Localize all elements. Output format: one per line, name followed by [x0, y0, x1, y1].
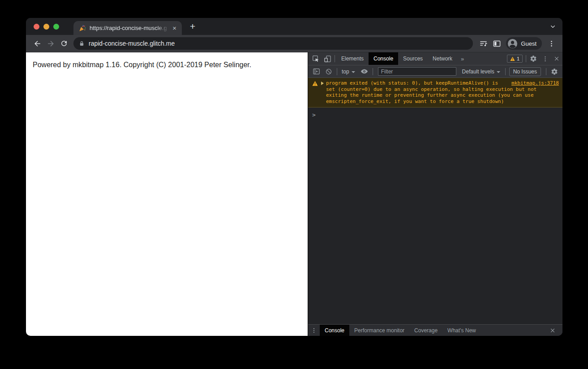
device-toolbar-icon[interactable]	[322, 52, 333, 65]
issues-counter[interactable]: No Issues	[509, 67, 541, 76]
fullscreen-window-button[interactable]	[53, 24, 59, 30]
warning-triangle-icon	[510, 56, 515, 61]
devtools-settings-gear-icon[interactable]	[528, 52, 539, 65]
console-settings-gear-icon[interactable]	[549, 65, 560, 77]
close-window-button[interactable]	[34, 24, 39, 30]
drawer-tab-coverage[interactable]: Coverage	[409, 325, 442, 336]
console-sidebar-icon[interactable]	[310, 65, 322, 77]
reload-button[interactable]	[57, 37, 71, 50]
expand-message-icon[interactable]	[321, 82, 324, 85]
devtools-tab-sources[interactable]: Sources	[398, 52, 428, 65]
devtools-close-icon[interactable]	[551, 52, 562, 65]
clear-console-icon[interactable]	[323, 65, 335, 77]
browser-menu-icon[interactable]	[545, 37, 558, 50]
profile-label: Guest	[521, 40, 536, 47]
web-page: Powered by mkbitmap 1.16. Copyright (C) …	[26, 52, 308, 336]
prompt-chevron-icon: >	[312, 112, 316, 118]
context-selector[interactable]: top	[342, 69, 349, 75]
drawer-menu-icon[interactable]	[308, 325, 320, 336]
warning-count: 1	[517, 56, 519, 61]
inspect-element-icon[interactable]	[310, 52, 322, 65]
browser-window: https://rapid-concise-muscle.g × + rapid…	[26, 18, 562, 336]
devtools-drawer: Console Performance monitor Coverage Wha…	[308, 324, 562, 336]
warning-message-text: program exited (with status: 0), but kee…	[326, 80, 536, 104]
tab-close-icon[interactable]: ×	[171, 24, 178, 32]
media-controls-icon[interactable]	[476, 37, 490, 50]
drawer-tab-console[interactable]: Console	[320, 325, 349, 336]
devtools-tab-console[interactable]: Console	[369, 52, 398, 65]
profile-button[interactable]: Guest	[506, 37, 542, 50]
window-controls	[34, 24, 59, 30]
avatar	[507, 39, 518, 49]
live-expression-eye-icon[interactable]	[359, 65, 370, 77]
browser-tab[interactable]: https://rapid-concise-muscle.g ×	[73, 21, 182, 35]
console-toolbar: top Default levels No Issues	[308, 65, 562, 78]
devtools-panel: Elements Console Sources Network » 1	[308, 52, 562, 336]
new-tab-button[interactable]: +	[187, 21, 198, 32]
context-dropdown-arrow-icon	[352, 71, 355, 73]
devtools-tabbar: Elements Console Sources Network » 1	[308, 52, 562, 65]
tab-strip: https://rapid-concise-muscle.g × +	[26, 18, 562, 35]
console-prompt[interactable]: >	[308, 107, 562, 119]
lock-icon	[79, 40, 85, 47]
drawer-tab-performance-monitor[interactable]: Performance monitor	[349, 325, 409, 336]
log-levels-selector[interactable]: Default levels	[462, 69, 494, 75]
devtools-tab-elements[interactable]: Elements	[336, 52, 369, 65]
devtools-tab-network[interactable]: Network	[428, 52, 457, 65]
drawer-close-icon[interactable]	[547, 325, 558, 336]
console-warning-message[interactable]: mkbitmap.js:3718program exited (with sta…	[308, 78, 562, 107]
back-button[interactable]	[30, 37, 44, 50]
tab-search-chevron-icon[interactable]	[549, 23, 556, 30]
page-body-text: Powered by mkbitmap 1.16. Copyright (C) …	[26, 52, 308, 77]
console-messages: mkbitmap.js:3718program exited (with sta…	[308, 78, 562, 324]
warning-triangle-icon	[312, 81, 318, 86]
party-popper-icon	[79, 25, 86, 32]
devtools-menu-icon[interactable]	[539, 52, 551, 65]
side-panel-icon[interactable]	[490, 37, 503, 50]
source-location-link[interactable]: mkbitmap.js:3718	[511, 80, 559, 86]
levels-dropdown-arrow-icon	[497, 71, 500, 73]
drawer-tab-whats-new[interactable]: What's New	[442, 325, 481, 336]
minimize-window-button[interactable]	[43, 24, 49, 30]
tab-title: https://rapid-concise-muscle.g	[90, 25, 171, 31]
address-bar[interactable]: rapid-concise-muscle.glitch.me	[73, 37, 473, 50]
filter-input[interactable]	[378, 67, 456, 76]
url-text: rapid-concise-muscle.glitch.me	[89, 40, 175, 47]
warning-count-badge[interactable]: 1	[507, 55, 523, 63]
more-tabs-icon[interactable]: »	[457, 56, 468, 62]
forward-button[interactable]	[44, 37, 57, 50]
browser-toolbar: rapid-concise-muscle.glitch.me Guest	[26, 35, 562, 52]
